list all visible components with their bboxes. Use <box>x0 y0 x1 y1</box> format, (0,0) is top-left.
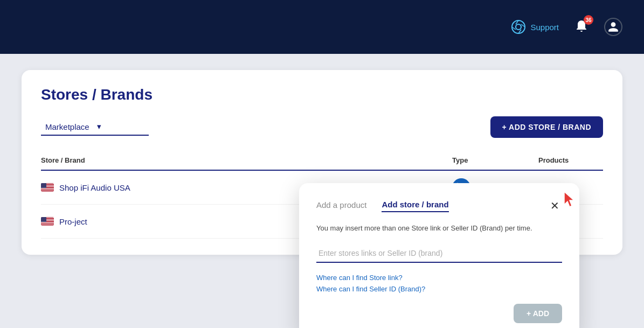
seller-id-help[interactable]: Where can I find Seller ID (Brand)? <box>316 285 562 293</box>
modal-description: You may insert more than one Store link … <box>316 223 562 234</box>
dropdown-arrow-icon: ▾ <box>97 122 144 131</box>
tab-add-product[interactable]: Add a product <box>316 200 366 212</box>
store-link-help[interactable]: Where can I find Store link? <box>316 274 562 282</box>
top-navigation: Support 36 <box>0 0 644 54</box>
support-link[interactable]: Support <box>511 19 559 34</box>
modal-close-button[interactable]: ✕ <box>547 198 562 213</box>
page-title: Stores / Brands <box>41 86 603 103</box>
marketplace-dropdown[interactable]: Marketplace ▾ <box>41 118 149 136</box>
us-flag-icon <box>41 217 54 226</box>
modal-tabs-group: Add a product Add store / brand <box>316 200 449 212</box>
toolbar: Marketplace ▾ + ADD STORE / BRAND <box>41 116 603 138</box>
store-name: Pro-ject <box>59 217 87 226</box>
notification-badge: 36 <box>584 15 593 25</box>
add-store-button[interactable]: + ADD STORE / BRAND <box>490 116 603 138</box>
svg-point-1 <box>516 24 521 30</box>
support-icon <box>511 19 526 34</box>
add-store-modal: Add a product Add store / brand ✕ You ma… <box>299 183 579 328</box>
tab-add-store[interactable]: Add store / brand <box>382 200 448 212</box>
modal-add-button[interactable]: + ADD <box>514 304 562 323</box>
notification-bell[interactable]: 36 <box>574 18 589 36</box>
store-link-input[interactable] <box>316 245 562 263</box>
table-header: Store / Brand Type Products <box>41 151 603 171</box>
user-avatar[interactable] <box>604 18 622 36</box>
store-name: Shop iFi Audio USA <box>59 183 130 192</box>
header-products: Products <box>538 156 603 164</box>
svg-point-0 <box>512 20 525 33</box>
store-input-group <box>316 245 562 263</box>
support-label: Support <box>530 23 559 32</box>
modal-tabs: Add a product Add store / brand ✕ <box>316 198 562 213</box>
header-store: Store / Brand <box>41 156 452 164</box>
modal-help-links: Where can I find Store link? Where can I… <box>316 274 562 293</box>
modal-footer: + ADD <box>316 304 562 323</box>
marketplace-label: Marketplace <box>45 122 93 131</box>
avatar-icon <box>607 21 619 33</box>
us-flag-icon <box>41 183 54 192</box>
main-content: Stores / Brands Marketplace ▾ + ADD STOR… <box>0 54 644 271</box>
header-type: Type <box>452 156 538 164</box>
